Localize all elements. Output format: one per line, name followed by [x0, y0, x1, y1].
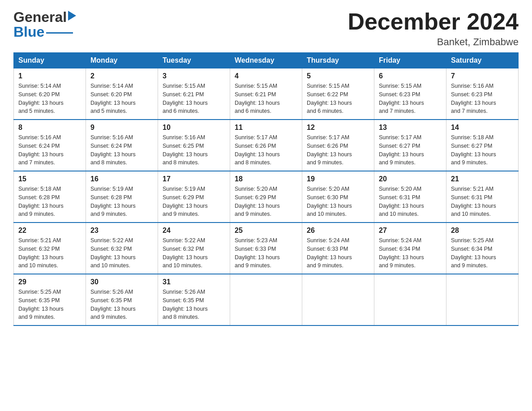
calendar-cell: 8Sunrise: 5:16 AMSunset: 6:24 PMDaylight…: [14, 120, 86, 171]
day-number: 14: [451, 124, 514, 132]
day-number: 25: [235, 227, 297, 235]
calendar-week-row: 22Sunrise: 5:21 AMSunset: 6:32 PMDayligh…: [14, 223, 519, 274]
calendar-cell: 17Sunrise: 5:19 AMSunset: 6:29 PMDayligh…: [158, 171, 230, 223]
day-number: 29: [18, 278, 81, 286]
day-info: Sunrise: 5:16 AMSunset: 6:23 PMDaylight:…: [451, 82, 514, 116]
day-number: 15: [18, 175, 81, 183]
day-number: 23: [90, 227, 153, 235]
day-info: Sunrise: 5:22 AMSunset: 6:32 PMDaylight:…: [163, 236, 225, 270]
calendar-cell: 16Sunrise: 5:19 AMSunset: 6:28 PMDayligh…: [86, 171, 158, 223]
day-info: Sunrise: 5:24 AMSunset: 6:34 PMDaylight:…: [379, 236, 442, 270]
title-area: December 2024 Banket, Zimbabwe: [348, 9, 519, 48]
day-number: 2: [90, 72, 153, 80]
header-saturday: Saturday: [446, 53, 519, 68]
day-info: Sunrise: 5:19 AMSunset: 6:28 PMDaylight:…: [90, 185, 153, 218]
header-tuesday: Tuesday: [158, 53, 230, 68]
calendar-cell: 13Sunrise: 5:17 AMSunset: 6:27 PMDayligh…: [374, 120, 446, 171]
day-info: Sunrise: 5:17 AMSunset: 6:26 PMDaylight:…: [235, 133, 297, 167]
day-number: 9: [90, 124, 153, 132]
calendar-cell: 21Sunrise: 5:21 AMSunset: 6:31 PMDayligh…: [446, 171, 519, 223]
calendar-week-row: 8Sunrise: 5:16 AMSunset: 6:24 PMDaylight…: [14, 120, 519, 171]
day-info: Sunrise: 5:20 AMSunset: 6:31 PMDaylight:…: [379, 185, 442, 218]
day-info: Sunrise: 5:26 AMSunset: 6:35 PMDaylight:…: [90, 288, 153, 321]
day-number: 18: [235, 175, 297, 183]
day-number: 30: [90, 278, 153, 286]
day-info: Sunrise: 5:18 AMSunset: 6:28 PMDaylight:…: [18, 185, 81, 218]
day-info: Sunrise: 5:25 AMSunset: 6:34 PMDaylight:…: [451, 236, 514, 270]
day-info: Sunrise: 5:15 AMSunset: 6:21 PMDaylight:…: [235, 82, 297, 116]
calendar-cell: 24Sunrise: 5:22 AMSunset: 6:32 PMDayligh…: [158, 223, 230, 274]
day-info: Sunrise: 5:17 AMSunset: 6:26 PMDaylight:…: [307, 133, 369, 167]
day-number: 13: [379, 124, 442, 132]
day-number: 5: [307, 72, 369, 80]
day-info: Sunrise: 5:21 AMSunset: 6:31 PMDaylight:…: [451, 185, 514, 218]
calendar-cell: 31Sunrise: 5:26 AMSunset: 6:35 PMDayligh…: [158, 274, 230, 325]
calendar-header-row: SundayMondayTuesdayWednesdayThursdayFrid…: [14, 53, 519, 68]
calendar-cell: 14Sunrise: 5:18 AMSunset: 6:27 PMDayligh…: [446, 120, 519, 171]
calendar-cell: 12Sunrise: 5:17 AMSunset: 6:26 PMDayligh…: [302, 120, 374, 171]
calendar-cell: 25Sunrise: 5:23 AMSunset: 6:33 PMDayligh…: [230, 223, 302, 274]
calendar-week-row: 15Sunrise: 5:18 AMSunset: 6:28 PMDayligh…: [14, 171, 519, 223]
day-info: Sunrise: 5:18 AMSunset: 6:27 PMDaylight:…: [451, 133, 514, 167]
day-info: Sunrise: 5:16 AMSunset: 6:25 PMDaylight:…: [163, 133, 225, 167]
day-info: Sunrise: 5:22 AMSunset: 6:32 PMDaylight:…: [90, 236, 153, 270]
day-number: 20: [379, 175, 442, 183]
day-info: Sunrise: 5:20 AMSunset: 6:29 PMDaylight:…: [235, 185, 297, 218]
calendar-cell: 5Sunrise: 5:15 AMSunset: 6:22 PMDaylight…: [302, 68, 374, 120]
day-number: 19: [307, 175, 369, 183]
day-number: 22: [18, 227, 81, 235]
calendar-cell: 9Sunrise: 5:16 AMSunset: 6:24 PMDaylight…: [86, 120, 158, 171]
logo-triangle-icon: [68, 11, 76, 22]
day-number: 8: [18, 124, 81, 132]
day-number: 3: [163, 72, 225, 80]
day-number: 21: [451, 175, 514, 183]
day-info: Sunrise: 5:23 AMSunset: 6:33 PMDaylight:…: [235, 236, 297, 270]
header-friday: Friday: [374, 53, 446, 68]
day-number: 7: [451, 72, 514, 80]
calendar-cell: [374, 274, 446, 325]
day-info: Sunrise: 5:21 AMSunset: 6:32 PMDaylight:…: [18, 236, 81, 270]
header-monday: Monday: [86, 53, 158, 68]
logo-general-text: General: [13, 9, 67, 26]
calendar-table: SundayMondayTuesdayWednesdayThursdayFrid…: [13, 52, 519, 326]
day-number: 4: [235, 72, 297, 80]
day-info: Sunrise: 5:15 AMSunset: 6:21 PMDaylight:…: [163, 82, 225, 116]
day-info: Sunrise: 5:25 AMSunset: 6:35 PMDaylight:…: [18, 288, 81, 321]
day-number: 10: [163, 124, 225, 132]
logo: General Blue: [13, 9, 76, 40]
calendar-cell: 3Sunrise: 5:15 AMSunset: 6:21 PMDaylight…: [158, 68, 230, 120]
day-number: 11: [235, 124, 297, 132]
day-info: Sunrise: 5:20 AMSunset: 6:30 PMDaylight:…: [307, 185, 369, 218]
day-info: Sunrise: 5:26 AMSunset: 6:35 PMDaylight:…: [163, 288, 225, 321]
calendar-cell: [230, 274, 302, 325]
calendar-cell: 27Sunrise: 5:24 AMSunset: 6:34 PMDayligh…: [374, 223, 446, 274]
header-sunday: Sunday: [14, 53, 86, 68]
day-info: Sunrise: 5:16 AMSunset: 6:24 PMDaylight:…: [18, 133, 81, 167]
location-subtitle: Banket, Zimbabwe: [348, 36, 519, 48]
day-info: Sunrise: 5:17 AMSunset: 6:27 PMDaylight:…: [379, 133, 442, 167]
calendar-cell: 2Sunrise: 5:14 AMSunset: 6:20 PMDaylight…: [86, 68, 158, 120]
calendar-cell: 6Sunrise: 5:15 AMSunset: 6:23 PMDaylight…: [374, 68, 446, 120]
calendar-cell: [446, 274, 519, 325]
calendar-cell: 10Sunrise: 5:16 AMSunset: 6:25 PMDayligh…: [158, 120, 230, 171]
day-info: Sunrise: 5:15 AMSunset: 6:22 PMDaylight:…: [307, 82, 369, 116]
day-number: 24: [163, 227, 225, 235]
svg-marker-0: [68, 11, 76, 21]
calendar-cell: 1Sunrise: 5:14 AMSunset: 6:20 PMDaylight…: [14, 68, 86, 120]
day-info: Sunrise: 5:14 AMSunset: 6:20 PMDaylight:…: [90, 82, 153, 116]
calendar-cell: 29Sunrise: 5:25 AMSunset: 6:35 PMDayligh…: [14, 274, 86, 325]
calendar-cell: [302, 274, 374, 325]
calendar-week-row: 1Sunrise: 5:14 AMSunset: 6:20 PMDaylight…: [14, 68, 519, 120]
day-number: 27: [379, 227, 442, 235]
day-number: 1: [18, 72, 81, 80]
day-info: Sunrise: 5:16 AMSunset: 6:24 PMDaylight:…: [90, 133, 153, 167]
day-number: 31: [163, 278, 225, 286]
day-number: 17: [163, 175, 225, 183]
page-header: General Blue December 2024 Banket, Zimba…: [13, 9, 519, 48]
day-number: 6: [379, 72, 442, 80]
day-info: Sunrise: 5:14 AMSunset: 6:20 PMDaylight:…: [18, 82, 81, 116]
calendar-cell: 19Sunrise: 5:20 AMSunset: 6:30 PMDayligh…: [302, 171, 374, 223]
calendar-cell: 28Sunrise: 5:25 AMSunset: 6:34 PMDayligh…: [446, 223, 519, 274]
day-number: 12: [307, 124, 369, 132]
day-number: 26: [307, 227, 369, 235]
